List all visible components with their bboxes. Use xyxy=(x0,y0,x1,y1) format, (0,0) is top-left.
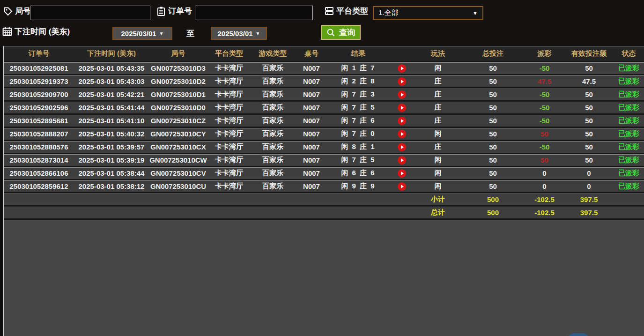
column-header: 状态 xyxy=(614,49,644,58)
payout-cell: -50 xyxy=(525,143,564,151)
replay-play-button[interactable] xyxy=(398,64,406,73)
query-button[interactable]: 查询 xyxy=(321,25,361,40)
status-cell: 已派彩 xyxy=(614,64,644,73)
payout-cell: -50 xyxy=(525,104,564,112)
platform-cell: 卡卡湾厅 xyxy=(207,103,251,112)
date-to-button[interactable]: 2025/03/01 ▼ xyxy=(211,27,267,40)
order-no-cell: 250301052880576 xyxy=(4,143,74,151)
bet-time-cell: 2025-03-01 05:38:44 xyxy=(74,169,149,177)
result-cell: 闲 1 庄 7 xyxy=(328,64,389,73)
valid-bet-cell: 50 xyxy=(564,64,614,72)
result-cell: 闲 7 庄 0 xyxy=(328,129,389,138)
payout-cell: 50 xyxy=(525,156,564,164)
play-icon xyxy=(401,93,404,97)
valid-bet-cell: 50 xyxy=(564,130,614,138)
status-cell: 已派彩 xyxy=(614,129,644,138)
platform-cell: 卡卡湾厅 xyxy=(207,129,251,138)
status-cell: 已派彩 xyxy=(614,169,644,178)
order-no-cell: 250301052895681 xyxy=(4,117,74,125)
play-type-cell: 庄 xyxy=(415,142,461,151)
status-cell: 已派彩 xyxy=(614,116,644,125)
total-bet-cell: 50 xyxy=(461,182,525,190)
replay-play-button[interactable] xyxy=(398,117,406,125)
tag-icon xyxy=(3,6,13,16)
platform-cell: 卡卡湾厅 xyxy=(207,156,251,164)
status-cell: 已派彩 xyxy=(614,182,644,191)
status-cell: 已派彩 xyxy=(614,103,644,112)
column-header: 订单号 xyxy=(4,49,74,58)
table-body: 2503010529250812025-03-01 05:43:35GN0072… xyxy=(4,61,644,218)
play-type-cell: 闲 xyxy=(415,156,461,164)
table-no-cell: N007 xyxy=(295,104,328,112)
total-valid-bet-cell: 397.5 xyxy=(564,209,614,217)
filter-bar: 局号 订单号 平台类型 1.全部 ▼ 下注时间 (美东) 2025/03/01 … xyxy=(0,0,644,46)
payout-cell: -50 xyxy=(525,90,564,98)
result-cell: 闲 8 庄 1 xyxy=(328,142,389,151)
game-no-input[interactable] xyxy=(30,6,150,20)
replay-cell xyxy=(389,90,415,99)
date-from-button[interactable]: 2025/03/01 ▼ xyxy=(112,27,172,40)
chevron-down-icon: ▼ xyxy=(473,10,478,16)
game-no-cell: GN007253010CZ xyxy=(149,117,207,125)
bet-time-cell: 2025-03-01 05:43:03 xyxy=(74,77,149,85)
clipboard-icon xyxy=(156,6,166,16)
replay-play-button[interactable] xyxy=(398,182,406,191)
replay-cell xyxy=(389,77,415,86)
order-no-cell: 250301052873014 xyxy=(4,156,74,164)
replay-play-button[interactable] xyxy=(398,169,406,178)
order-no-cell: 250301052919373 xyxy=(4,77,74,85)
valid-bet-cell: 0 xyxy=(564,169,614,177)
replay-play-button[interactable] xyxy=(398,77,406,86)
table-no-cell: N007 xyxy=(295,64,328,72)
game-no-cell: GN007253010CX xyxy=(149,143,207,151)
game-type-cell: 百家乐 xyxy=(251,169,295,178)
game-type-cell: 百家乐 xyxy=(251,90,295,99)
total-bet-cell: 50 xyxy=(461,130,525,138)
valid-bet-cell: 50 xyxy=(564,104,614,112)
platform-cell: 卡卡湾厅 xyxy=(207,182,251,191)
order-no-input[interactable] xyxy=(195,6,313,20)
play-icon xyxy=(401,132,404,136)
valid-bet-cell: 50 xyxy=(564,156,614,164)
replay-play-button[interactable] xyxy=(398,143,406,151)
replay-play-button[interactable] xyxy=(398,130,406,138)
bet-time-cell: 2025-03-01 05:38:12 xyxy=(74,182,149,190)
platform-select[interactable]: 1.全部 ▼ xyxy=(373,6,483,20)
play-icon xyxy=(401,158,404,162)
chevron-down-icon: ▼ xyxy=(256,31,260,36)
platform-cell: 卡卡湾厅 xyxy=(207,116,251,125)
total-bet-cell: 50 xyxy=(461,64,525,72)
total-bet-cell: 50 xyxy=(461,90,525,98)
total-bet-cell: 50 xyxy=(461,77,525,85)
game-no-label: 局号 xyxy=(15,6,31,16)
replay-play-button[interactable] xyxy=(398,90,406,99)
total-bet-cell: 50 xyxy=(461,117,525,125)
replay-cell xyxy=(389,142,415,151)
game-no-cell: GN007253010CY xyxy=(149,130,207,138)
replay-cell xyxy=(389,103,415,112)
bet-time-cell: 2025-03-01 05:39:57 xyxy=(74,143,149,151)
result-cell: 闲 7 庄 3 xyxy=(328,90,389,99)
status-cell: 已派彩 xyxy=(614,77,644,86)
replay-cell xyxy=(389,169,415,178)
play-type-cell: 庄 xyxy=(415,103,461,112)
replay-play-button[interactable] xyxy=(398,104,406,112)
date-from-value: 2025/03/01 xyxy=(121,30,156,37)
query-button-label: 查询 xyxy=(339,27,355,38)
status-cell: 已派彩 xyxy=(614,156,644,164)
table-end-separator xyxy=(4,218,644,220)
table-no-cell: N007 xyxy=(295,156,328,164)
table-row: 2503010528805762025-03-01 05:39:57GN0072… xyxy=(4,140,644,153)
platform-type-label: 平台类型 xyxy=(336,6,368,16)
order-no-cell: 250301052866106 xyxy=(4,169,74,177)
replay-play-button[interactable] xyxy=(398,156,406,164)
game-no-cell: GN007253010CW xyxy=(149,156,207,164)
table-no-cell: N007 xyxy=(295,130,328,138)
replay-cell xyxy=(389,116,415,125)
play-type-cell: 庄 xyxy=(415,77,461,86)
bet-time-cell: 2025-03-01 05:39:19 xyxy=(74,156,149,164)
column-header: 下注时间 (美东) xyxy=(74,49,149,58)
table-row: 2503010529025962025-03-01 05:41:44GN0072… xyxy=(4,100,644,113)
game-no-cell: GN007253010D1 xyxy=(149,90,207,98)
subtotal-total-bet-cell: 500 xyxy=(461,195,525,203)
